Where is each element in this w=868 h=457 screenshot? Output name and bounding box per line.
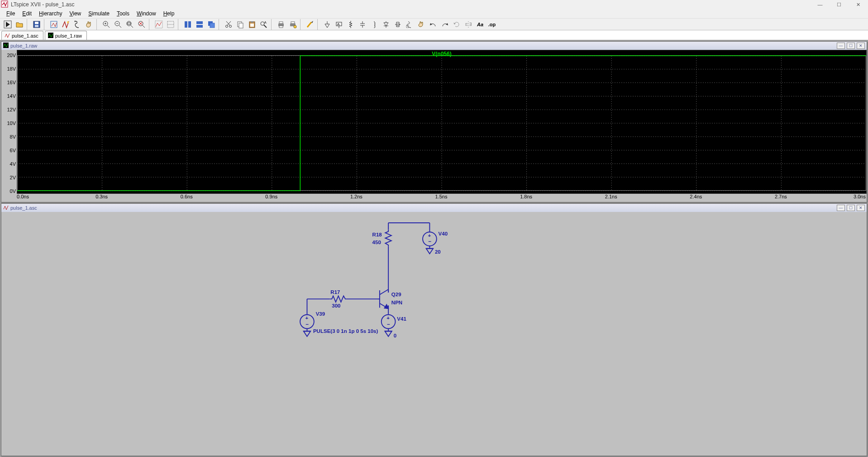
y-tick: 18V xyxy=(7,66,16,72)
copy-button[interactable] xyxy=(234,19,246,30)
svg-marker-129 xyxy=(304,331,310,337)
schematic-window: pulse_1.asc — ☐ ✕ xyxy=(1,203,867,456)
svg-text:R18: R18 xyxy=(372,232,382,237)
waveform-viewer[interactable]: 20V18V16V14V12V10V8V6V4V2V0V V(n056) 0.0… xyxy=(1,50,867,202)
move-button[interactable] xyxy=(404,19,415,30)
child-min-button[interactable]: — xyxy=(837,205,845,211)
schematic-canvas[interactable]: + − + xyxy=(1,212,867,456)
waveform-titlebar[interactable]: pulse_1.raw — ☐ ✕ xyxy=(1,42,867,50)
child-max-button[interactable]: ☐ xyxy=(847,205,855,211)
resistor-button[interactable] xyxy=(345,19,357,30)
close-button[interactable]: ✕ xyxy=(849,0,867,9)
svg-point-32 xyxy=(226,25,228,27)
zoom-extents-button[interactable] xyxy=(136,19,148,30)
menu-edit[interactable]: Edit xyxy=(19,10,35,17)
svg-marker-68 xyxy=(453,23,456,24)
svg-text:0: 0 xyxy=(394,333,396,338)
svg-point-33 xyxy=(229,25,232,27)
tile-vertical-button[interactable] xyxy=(182,19,194,30)
minimize-button[interactable]: — xyxy=(811,0,829,9)
undo-button[interactable] xyxy=(427,19,439,30)
run-button[interactable] xyxy=(2,19,14,30)
svg-rect-37 xyxy=(239,23,243,28)
menu-tools[interactable]: Tools xyxy=(113,10,133,17)
tab-schematic[interactable]: pulse_1.asc xyxy=(1,31,43,40)
y-tick: 16V xyxy=(7,80,16,85)
svg-rect-28 xyxy=(196,21,203,24)
menu-view[interactable]: View xyxy=(66,10,85,17)
tile-horizontal-button[interactable] xyxy=(194,19,205,30)
svg-rect-29 xyxy=(196,25,203,28)
svg-text:A: A xyxy=(337,22,340,26)
document-tabs: pulse_1.asc pulse_1.raw xyxy=(0,30,868,40)
rotate-button[interactable] xyxy=(451,19,463,30)
spice-directive-button[interactable]: .op xyxy=(486,19,498,30)
draw-wire-button[interactable] xyxy=(304,19,316,30)
svg-text:V39: V39 xyxy=(316,311,325,317)
svg-line-35 xyxy=(226,21,230,25)
svg-point-41 xyxy=(261,22,264,25)
zoom-area-button[interactable] xyxy=(124,19,136,30)
drag-button[interactable] xyxy=(415,19,427,30)
run-simulation-button[interactable] xyxy=(60,19,72,30)
zoom-out-button[interactable] xyxy=(112,19,124,30)
print-button[interactable] xyxy=(275,19,287,30)
menu-simulate[interactable]: Simulate xyxy=(85,10,113,17)
svg-rect-31 xyxy=(210,23,215,28)
child-max-button[interactable]: ☐ xyxy=(847,43,855,49)
halt-button[interactable] xyxy=(72,19,83,30)
find-button[interactable]: A xyxy=(258,19,270,30)
print-setup-button[interactable] xyxy=(287,19,299,30)
menu-hierarchy[interactable]: Hierarchy xyxy=(35,10,66,17)
inductor-button[interactable] xyxy=(368,19,380,30)
svg-line-17 xyxy=(131,25,133,28)
svg-rect-18 xyxy=(128,23,130,24)
svg-line-14 xyxy=(119,25,121,28)
menu-file[interactable]: File xyxy=(3,10,19,17)
app-icon xyxy=(1,0,8,9)
x-tick: 1.5ns xyxy=(435,194,448,199)
svg-text:NPN: NPN xyxy=(391,300,402,305)
child-close-button[interactable]: ✕ xyxy=(857,43,865,49)
tab-waveform[interactable]: pulse_1.raw xyxy=(45,31,87,40)
schematic-titlebar[interactable]: pulse_1.asc — ☐ ✕ xyxy=(1,204,867,212)
child-min-button[interactable]: — xyxy=(837,43,845,49)
x-tick: 3.0ns xyxy=(854,194,866,199)
ground-button[interactable] xyxy=(321,19,333,30)
add-trace-button[interactable] xyxy=(165,19,176,30)
paste-button[interactable] xyxy=(246,19,258,30)
trace-label[interactable]: V(n056) xyxy=(432,51,451,57)
cascade-button[interactable] xyxy=(205,19,217,30)
autorange-button[interactable] xyxy=(153,19,165,30)
child-close-button[interactable]: ✕ xyxy=(857,205,865,211)
svg-line-42 xyxy=(264,25,267,28)
new-schematic-button[interactable] xyxy=(48,19,60,30)
maximize-button[interactable]: ☐ xyxy=(830,0,848,9)
text-button[interactable]: Aa xyxy=(474,19,486,30)
y-axis[interactable]: 20V18V16V14V12V10V8V6V4V2V0V xyxy=(1,50,17,194)
svg-text:D: D xyxy=(397,23,399,26)
tab-label: pulse_1.raw xyxy=(55,33,82,38)
svg-text:−: − xyxy=(306,322,309,327)
svg-marker-123 xyxy=(385,331,391,337)
zoom-in-button[interactable] xyxy=(100,19,112,30)
menu-help[interactable]: Help xyxy=(160,10,178,17)
redo-button[interactable] xyxy=(439,19,451,30)
svg-rect-45 xyxy=(279,22,283,24)
cut-button[interactable] xyxy=(223,19,234,30)
x-axis[interactable]: 0.0ns0.3ns0.6ns0.9ns1.2ns1.5ns1.8ns2.1ns… xyxy=(1,194,867,202)
window-title: LTspice XVII - pulse_1.asc xyxy=(11,1,811,8)
capacitor-button[interactable] xyxy=(357,19,368,30)
mirror-button[interactable]: EƎ xyxy=(463,19,474,30)
diode-button[interactable] xyxy=(380,19,392,30)
x-tick: 2.7ns xyxy=(775,194,787,199)
open-button[interactable] xyxy=(14,19,25,30)
component-button[interactable]: D xyxy=(392,19,404,30)
pan-button[interactable] xyxy=(83,19,95,30)
menu-window[interactable]: Window xyxy=(133,10,160,17)
plot-area[interactable]: V(n056) xyxy=(17,50,867,194)
label-net-button[interactable]: A xyxy=(333,19,345,30)
svg-rect-26 xyxy=(185,21,187,28)
save-button[interactable] xyxy=(31,19,43,30)
waveform-icon xyxy=(48,33,53,39)
